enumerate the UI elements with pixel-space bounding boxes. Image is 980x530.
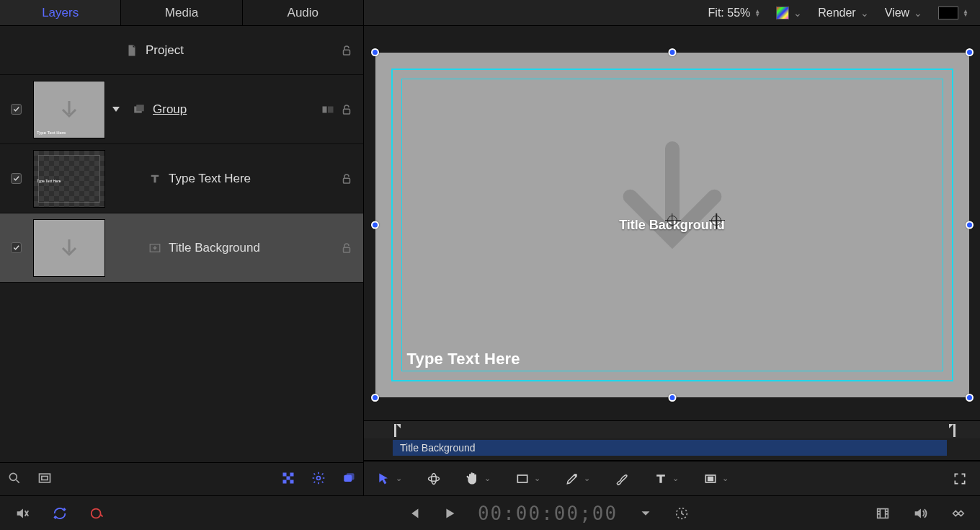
zoom-fit-control[interactable]: Fit: 55% ▲▼ [708, 6, 761, 19]
color-well-icon [938, 6, 958, 19]
svg-rect-28 [878, 508, 888, 518]
svg-point-21 [432, 473, 437, 484]
title-background-label: Title Background [169, 241, 260, 255]
layer-list: Project Type Text Here [0, 26, 363, 462]
chevron-down-icon: ⌄ [914, 7, 922, 19]
chevron-down-icon: ⌄ [860, 7, 869, 19]
anchor-target-icon[interactable] [711, 216, 721, 226]
bg-color-well[interactable]: ▲▼ [938, 6, 968, 19]
checker-icon[interactable] [281, 471, 295, 488]
canvas-area[interactable]: Title Background Type Text Here [364, 26, 980, 420]
selection-handle[interactable] [966, 48, 974, 56]
project-label: Project [146, 43, 184, 58]
select-tool[interactable]: ⌄ [377, 472, 402, 486]
canvas-text-layer[interactable]: Type Text Here [407, 350, 520, 368]
svg-rect-15 [283, 480, 287, 483]
gear-icon[interactable] [311, 471, 326, 488]
chevron-down-icon: ⌄ [534, 474, 540, 483]
disclosure-triangle-icon[interactable] [112, 107, 120, 112]
search-icon[interactable] [7, 471, 22, 488]
view-dropdown[interactable]: View ⌄ [885, 6, 922, 19]
text-tool[interactable]: ⌄ [654, 472, 679, 486]
stepper-icon: ▲▼ [963, 9, 968, 17]
svg-point-17 [317, 476, 321, 480]
dropzone-icon[interactable] [321, 103, 334, 116]
svg-rect-3 [323, 106, 327, 112]
dropzone-arrow-icon [586, 131, 759, 278]
tab-audio[interactable]: Audio [243, 0, 363, 25]
tab-layers[interactable]: Layers [0, 0, 121, 25]
selection-handle[interactable] [668, 394, 676, 402]
svg-rect-12 [283, 472, 287, 476]
color-swatch-icon [776, 6, 789, 19]
film-icon[interactable] [875, 505, 891, 521]
record-icon[interactable] [89, 505, 105, 521]
clip-label: Title Background [400, 442, 476, 454]
svg-point-26 [92, 508, 101, 518]
canvas[interactable]: Title Background Type Text Here [375, 53, 969, 397]
volume-icon[interactable] [912, 505, 928, 521]
svg-rect-11 [42, 476, 48, 480]
lock-icon[interactable] [340, 242, 353, 255]
brush-tool[interactable] [615, 472, 629, 486]
chevron-down-icon: ⌄ [672, 474, 679, 483]
loop-icon[interactable] [52, 505, 68, 521]
visibility-checkbox[interactable] [11, 242, 22, 253]
layer-row-project[interactable]: Project [0, 26, 363, 75]
chevron-down-icon: ⌄ [484, 474, 491, 483]
color-channels-dropdown[interactable]: ⌄ [776, 6, 802, 19]
pan-tool[interactable]: ⌄ [466, 472, 491, 486]
3d-transform-tool[interactable] [427, 472, 441, 486]
panel-tabs: Layers Media Audio [0, 0, 363, 26]
mini-timeline[interactable]: Title Background [364, 420, 980, 461]
playhead-out-marker-icon[interactable] [948, 424, 957, 440]
svg-point-9 [9, 473, 17, 480]
chevron-down-icon: ⌄ [396, 474, 402, 483]
placeholder-icon [148, 242, 161, 255]
frame-icon[interactable] [37, 471, 52, 488]
mute-icon[interactable] [14, 505, 30, 521]
rectangle-tool[interactable]: ⌄ [515, 472, 540, 486]
group-icon [133, 103, 146, 116]
keyframes-icon[interactable] [950, 505, 966, 521]
canvas-toolbar: ⌄ ⌄ ⌄ ⌄ [364, 461, 980, 495]
clock-icon[interactable] [674, 505, 690, 521]
visibility-checkbox[interactable] [11, 104, 22, 115]
selection-handle[interactable] [371, 394, 379, 402]
lock-icon[interactable] [340, 103, 353, 116]
svg-rect-4 [328, 106, 334, 112]
lock-icon[interactable] [340, 172, 353, 185]
layer-row-title-background[interactable]: Title Background [0, 213, 363, 283]
selection-handle[interactable] [966, 394, 974, 402]
svg-rect-19 [347, 473, 355, 480]
left-panel-footer [0, 462, 363, 495]
lock-icon[interactable] [340, 44, 353, 57]
svg-rect-10 [40, 474, 50, 482]
play-icon[interactable] [442, 505, 458, 521]
layer-row-group[interactable]: Type Text Here Group [0, 75, 363, 144]
svg-point-20 [429, 476, 440, 481]
layer-row-text[interactable]: Type Text Here Type Text Here [0, 144, 363, 213]
svg-rect-25 [708, 477, 713, 480]
visibility-checkbox[interactable] [11, 173, 22, 184]
render-dropdown[interactable]: Render ⌄ [818, 6, 868, 19]
fullscreen-tool[interactable] [953, 472, 967, 486]
selection-handle[interactable] [966, 221, 974, 229]
group-label: Group [153, 102, 187, 117]
mask-tool[interactable]: ⌄ [703, 472, 729, 486]
timecode-dropdown-icon[interactable] [638, 505, 654, 521]
svg-rect-0 [344, 50, 350, 55]
timeline-clip[interactable]: Title Background [393, 440, 947, 456]
svg-rect-5 [344, 109, 350, 114]
selection-handle[interactable] [371, 221, 379, 229]
stack-icon[interactable] [342, 471, 356, 488]
text-icon [148, 172, 161, 185]
selection-handle[interactable] [668, 48, 676, 56]
go-to-start-icon[interactable] [406, 505, 422, 521]
selection-handle[interactable] [371, 48, 379, 56]
pen-tool[interactable]: ⌄ [565, 472, 590, 486]
timecode-display[interactable]: 00:00:00;00 [478, 503, 618, 524]
tab-media[interactable]: Media [121, 0, 242, 25]
anchor-target-icon[interactable] [667, 216, 677, 226]
playhead-in-marker-icon[interactable] [393, 424, 401, 440]
